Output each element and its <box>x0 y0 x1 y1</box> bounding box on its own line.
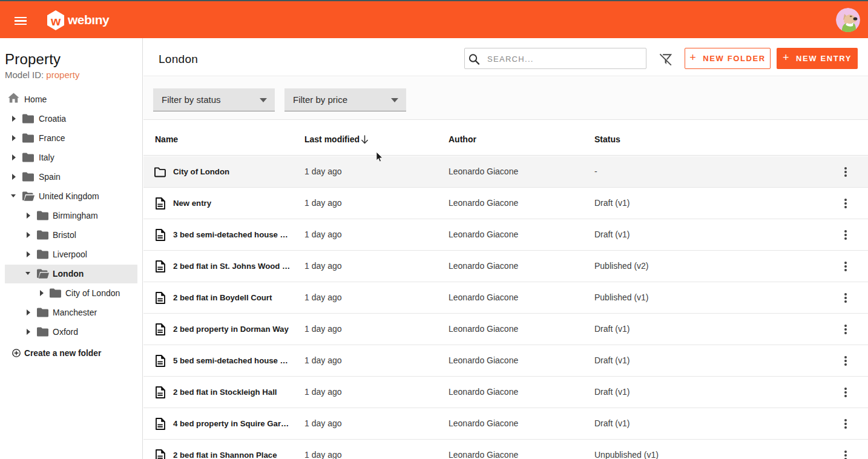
svg-text:w: w <box>50 13 61 27</box>
